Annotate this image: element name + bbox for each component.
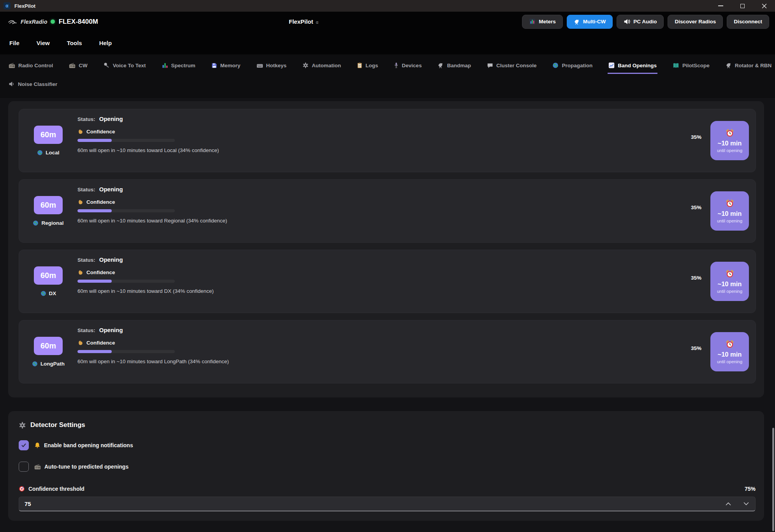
confidence-progress-bar — [77, 280, 175, 283]
microphone-icon — [104, 62, 110, 68]
tab-radio-control[interactable]: Radio Control — [8, 59, 54, 74]
chevron-down-icon — [743, 502, 749, 506]
eta-caption: until opening — [717, 359, 742, 364]
confidence-progress-fill — [77, 350, 112, 353]
app-header: FlexRadio FLEX-8400M FlexPilot α Meters … — [0, 12, 775, 32]
flexradio-brand: FlexRadio — [8, 19, 47, 25]
multi-cw-label: Multi-CW — [583, 19, 606, 24]
studio-microphone-icon — [394, 62, 399, 68]
discover-radios-button[interactable]: Discover Radios — [668, 15, 723, 29]
minimize-icon — [718, 5, 723, 6]
auto-tune-checkbox[interactable] — [19, 462, 29, 472]
minimize-button[interactable] — [710, 0, 731, 12]
tab-spectrum[interactable]: Spectrum — [161, 58, 196, 74]
confidence-label: Confidence — [86, 199, 115, 205]
prediction-message: 60m will open in ~10 minutes toward Long… — [77, 359, 691, 364]
confidence-progress-fill — [77, 139, 112, 142]
tab-label: PilotScope — [682, 63, 710, 68]
meters-label: Meters — [539, 19, 556, 24]
eta-caption: until opening — [717, 148, 742, 153]
close-button[interactable] — [753, 0, 775, 12]
threshold-decrement-button[interactable] — [737, 497, 755, 511]
threshold-input[interactable] — [19, 497, 719, 511]
tab-automation[interactable]: Automation — [302, 58, 342, 74]
tab-label: Hotkeys — [266, 63, 287, 68]
band-opening-card-local: 60m Local Status:Opening Confidence 60m … — [19, 109, 756, 172]
tab-label: Rotator & RBN — [735, 63, 772, 68]
eta-box: ~10 min until opening — [710, 121, 749, 160]
band-target-label: Regional — [41, 220, 63, 226]
eta-caption: until opening — [717, 289, 742, 294]
tab-label: Memory — [220, 63, 241, 68]
enable-notifications-checkbox[interactable] — [19, 440, 29, 450]
tab-label: Bandmap — [447, 63, 471, 68]
tab-propagation[interactable]: Propagation — [552, 58, 593, 74]
floppy-disk-icon — [211, 63, 217, 68]
radio-icon — [9, 63, 15, 68]
radio-icon — [34, 464, 41, 470]
chevron-up-icon — [726, 502, 731, 506]
app-alpha-icon: α — [4, 2, 11, 9]
menu-tools[interactable]: Tools — [67, 40, 82, 46]
tab-logs[interactable]: Logs — [356, 58, 379, 74]
enable-notifications-label: Enable band opening notifications — [44, 442, 133, 448]
app-title-text: FlexPilot — [289, 18, 313, 25]
disconnect-label: Disconnect — [734, 19, 762, 24]
band-badge: 60m — [34, 337, 63, 355]
tab-pilotscope[interactable]: PilotScope — [672, 59, 710, 74]
tab-label: Propagation — [562, 63, 592, 68]
detector-settings-panel: Detector Settings Enable band opening no… — [8, 411, 764, 521]
eta-time: ~10 min — [718, 210, 742, 217]
confidence-label: Confidence — [86, 270, 115, 275]
tab-strip: Radio Control CW Voice To Text Spectrum … — [0, 54, 775, 98]
tab-cluster-console[interactable]: Cluster Console — [486, 59, 538, 74]
checkmark-icon — [21, 443, 26, 448]
bar-chart-icon — [162, 62, 168, 68]
vertical-scrollbar-thumb[interactable] — [772, 428, 774, 531]
status-value: Opening — [99, 327, 123, 333]
menu-bar: File View Tools Help — [0, 32, 775, 54]
tab-label: Band Openings — [618, 63, 657, 68]
gear-icon — [19, 422, 26, 429]
alarm-clock-icon — [725, 199, 735, 208]
menu-view[interactable]: View — [37, 40, 50, 46]
meters-button[interactable]: Meters — [522, 15, 563, 29]
close-icon — [762, 4, 767, 9]
eta-caption: until opening — [717, 219, 742, 223]
keyboard-icon — [257, 63, 263, 68]
tab-label: Voice To Text — [113, 63, 146, 68]
tab-rotator-rbn[interactable]: Rotator & RBN — [725, 58, 773, 74]
tab-label: Devices — [402, 63, 422, 68]
band-badge: 60m — [34, 126, 63, 144]
tab-memory[interactable]: Memory — [211, 59, 241, 74]
band-target-label: LongPath — [40, 361, 65, 367]
tab-hotkeys[interactable]: Hotkeys — [256, 59, 288, 74]
tab-noise-classifier[interactable]: Noise Classifier — [8, 77, 58, 93]
brand-name: FlexRadio — [21, 19, 47, 25]
multi-cw-button[interactable]: Multi-CW — [567, 15, 613, 29]
title-bar: α FlexPilot — [0, 0, 775, 12]
menu-file[interactable]: File — [9, 40, 19, 46]
window-title: FlexPilot — [14, 3, 35, 9]
prediction-message: 60m will open in ~10 minutes toward Loca… — [77, 147, 691, 153]
tab-devices[interactable]: Devices — [393, 58, 422, 74]
confidence-progress-fill — [77, 209, 112, 212]
pc-audio-button[interactable]: PC Audio — [617, 15, 664, 29]
tab-bandmap[interactable]: Bandmap — [437, 58, 472, 74]
satellite-dish-icon — [574, 19, 580, 25]
menu-help[interactable]: Help — [99, 40, 112, 46]
prediction-message: 60m will open in ~10 minutes toward Regi… — [77, 218, 691, 224]
maximize-button[interactable] — [731, 0, 753, 12]
clipboard-icon — [357, 62, 362, 68]
band-target-label: Local — [46, 150, 59, 156]
tab-voice-to-text[interactable]: Voice To Text — [103, 58, 147, 74]
eta-box: ~10 min until opening — [710, 332, 749, 371]
band-opening-card-longpath: 60m LongPath Status:Opening Confidence 6… — [19, 320, 756, 383]
tab-cw[interactable]: CW — [68, 59, 88, 74]
band-openings-page: 60m Local Status:Opening Confidence 60m … — [0, 98, 775, 521]
tab-band-openings[interactable]: Band Openings — [608, 58, 657, 74]
confidence-progress-fill — [77, 280, 112, 283]
threshold-increment-button[interactable] — [719, 497, 737, 511]
disconnect-button[interactable]: Disconnect — [727, 15, 769, 29]
status-label: Status: — [77, 257, 95, 263]
